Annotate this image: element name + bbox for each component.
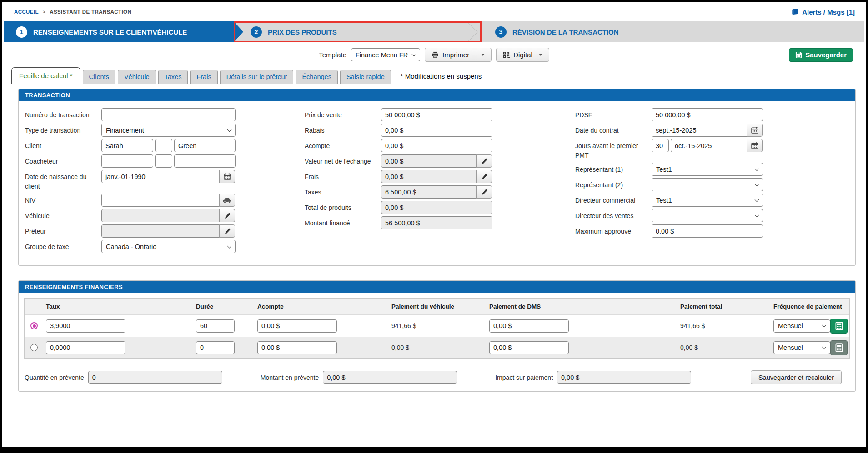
type-transaction-label: Type de transaction [25,124,101,135]
alerts-msgs-link[interactable]: Alerts / Msgs [1] [791,8,855,16]
transaction-panel-header: TRANSACTION [19,89,855,101]
save-button[interactable]: Sauvegarder [789,48,853,62]
save-recalculate-button[interactable]: Sauvegarder et recalculer [751,370,842,384]
tab-echanges[interactable]: Échanges [296,70,338,84]
taux-input-2[interactable] [46,341,125,354]
field-rabais: Rabais [305,124,512,137]
field-preteur: Prêteur [25,224,241,238]
acompte-input-1[interactable] [257,319,337,333]
prix-vente-input[interactable] [381,108,492,121]
acompte-label: Acompte [305,139,381,151]
field-frais: Frais [305,170,512,183]
paiement-vehicule-value-2: 0,00 $ [391,344,489,351]
toolbar-center: Template Finance Menu FR Imprimer Digita… [319,48,549,62]
client-last-name-input[interactable] [174,139,236,152]
field-taxes: Taxes [305,185,512,199]
groupe-taxe-select[interactable]: Canada - Ontario [101,240,236,253]
numero-transaction-input[interactable] [101,108,236,121]
print-button-label: Imprimer [442,51,469,59]
frequence-select-2[interactable]: Mensuel [773,341,830,354]
frais-label: Frais [305,170,381,182]
field-maximum-approuve: Maximum approuvé [575,224,849,238]
paiement-dms-input-2[interactable] [489,341,569,354]
client-middle-initial-input[interactable] [155,139,172,152]
col-duree: Durée [196,303,257,310]
col-taux: Taux [46,303,196,310]
date-contrat-input[interactable] [652,124,747,137]
directeur-ventes-select[interactable] [652,209,763,222]
representant-2-select[interactable] [652,178,763,191]
template-select[interactable]: Finance Menu FR [351,48,420,61]
rabais-input[interactable] [381,124,492,137]
duree-input-2[interactable] [196,341,235,354]
coacheteur-middle-initial-input[interactable] [155,154,172,168]
tab-saisie-rapide[interactable]: Saisie rapide [340,70,391,84]
preteur-input [101,224,220,238]
step-3-revision[interactable]: 3 RÉVISION DE LA TRANSACTION [482,21,864,42]
step-1-number: 1 [16,26,27,38]
taxes-input [381,185,477,199]
digital-button[interactable]: Digital [496,48,549,62]
step-1-client-vehicule[interactable]: 1 RENSEIGNEMENTS SUR LE CLIENT/VÉHICULE [4,21,234,42]
financial-row-1-radio[interactable] [30,322,38,329]
date-contrat-calendar-button[interactable] [747,124,763,137]
frequence-select-1[interactable]: Mensuel [773,319,830,333]
representant-1-label: Représentant (1) [575,163,652,174]
montant-prevente-input[interactable] [323,371,457,384]
valeur-echange-edit-button[interactable] [476,154,492,168]
acompte-input-2[interactable] [257,341,337,354]
chevron-down-icon [412,52,416,56]
financial-table: Taux Durée Acompte Paiement du véhicule … [24,298,850,359]
pdsf-input[interactable] [652,108,763,121]
niv-input[interactable] [101,194,220,207]
type-transaction-select[interactable]: Financement [101,124,236,137]
coacheteur-last-name-input[interactable] [174,154,236,168]
transaction-middle-column: Prix de vente Rabais Acompte Valeur net … [305,108,512,255]
preteur-edit-button[interactable] [219,224,235,238]
breadcrumb-home-link[interactable]: ACCUEIL [14,9,39,15]
tab-taxes[interactable]: Taxes [158,70,188,84]
groupe-taxe-label: Groupe de taxe [25,240,101,252]
paiement-dms-input-1[interactable] [489,319,569,333]
duree-input-1[interactable] [196,319,235,333]
vehicule-edit-button[interactable] [219,209,235,222]
quantite-prevente-input[interactable] [88,371,222,384]
montant-finance-label: Montant financé [305,216,381,228]
date-contrat-label: Date du contrat [575,124,652,135]
date-naissance-calendar-button[interactable] [219,170,235,183]
tab-vehicule[interactable]: Véhicule [118,70,156,84]
tab-details-preteur[interactable]: Détails sur le prêteur [220,70,294,84]
directeur-commercial-select[interactable]: Test1 [652,194,763,207]
coacheteur-first-name-input[interactable] [101,154,153,168]
payment-calculator-button-2[interactable] [830,340,848,355]
jours-premier-pmt-days-input[interactable] [652,139,669,152]
field-jours-premier-pmt: Jours avant le premier PMT [575,139,849,160]
jours-premier-pmt-calendar-button[interactable] [747,139,763,152]
taxes-edit-button[interactable] [476,185,492,199]
tab-clients[interactable]: Clients [83,70,115,84]
tab-bar: Feuille de calcul * Clients Véhicule Tax… [11,67,852,84]
pencil-icon [224,228,231,234]
acompte-input[interactable] [381,139,492,152]
preteur-label: Prêteur [25,224,101,236]
financial-row-2-radio[interactable] [30,344,38,351]
maximum-approuve-input[interactable] [652,224,763,238]
field-coacheteur: Coacheteur [25,154,241,168]
impact-paiement-input[interactable] [557,371,691,384]
niv-car-lookup-button[interactable] [219,194,235,207]
payment-calculator-button-1[interactable] [830,319,848,334]
valeur-echange-label: Valeur net de l'échange [305,154,381,166]
tab-frais[interactable]: Frais [190,70,217,84]
taux-input-1[interactable] [46,319,125,333]
jours-premier-pmt-date-input[interactable] [671,139,747,152]
print-button[interactable]: Imprimer [425,48,492,62]
tab-feuille-de-calcul[interactable]: Feuille de calcul * [11,67,80,84]
digital-button-label: Digital [513,51,532,59]
frais-edit-button[interactable] [476,170,492,183]
step-2-prix-produits[interactable]: 2 PRIX DES PRODUITS [243,21,468,42]
date-naissance-input[interactable] [101,170,220,183]
paiement-total-value-2: 0,00 $ [680,344,773,351]
representant-1-select[interactable]: Test1 [652,163,763,176]
client-first-name-input[interactable] [101,139,153,152]
field-representant-2: Représentant (2) [575,178,849,191]
